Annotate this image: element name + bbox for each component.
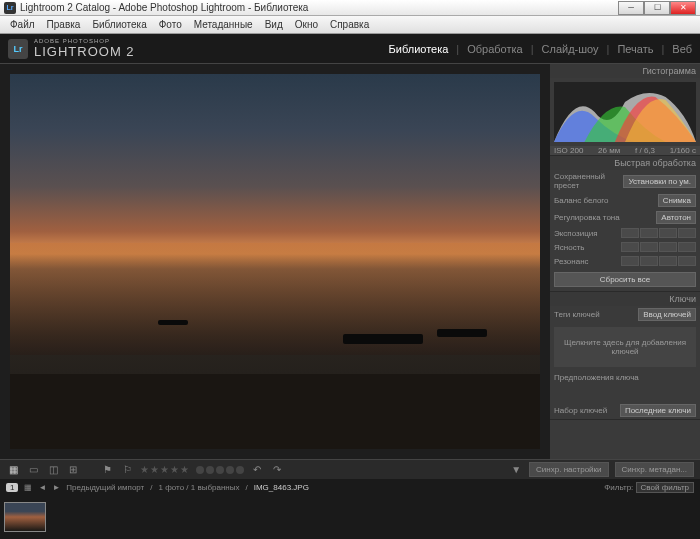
module-develop[interactable]: Обработка [467,43,522,55]
secondary-display-icon[interactable]: ▦ [24,483,32,492]
menu-bar: Файл Правка Библиотека Фото Метаданные В… [0,16,700,34]
app-name: ADOBE PHOTOSHOP LIGHTROOM 2 [34,38,389,59]
module-print[interactable]: Печать [617,43,653,55]
preset-label: Сохраненный пресет [554,172,619,190]
survey-view-icon[interactable]: ⊞ [66,464,80,476]
quickdev-header[interactable]: Быстрая обработка [550,156,700,170]
filter-label: Фильтр: [604,483,633,492]
photo-count-badge: 1 [6,483,18,492]
flag-pick-icon[interactable]: ⚑ [100,464,114,476]
histo-focal: 26 мм [598,146,620,155]
histogram-display[interactable] [554,82,696,142]
menu-metadata[interactable]: Метаданные [188,19,259,30]
photo-preview[interactable] [10,74,540,449]
window-title: Lightroom 2 Catalog - Adobe Photoshop Li… [20,2,618,13]
wb-dropdown[interactable]: Снимка [658,194,696,207]
sync-settings-button[interactable]: Синхр. настройки [529,462,608,477]
module-slideshow[interactable]: Слайд-шоу [542,43,599,55]
breadcrumb-source[interactable]: Предыдущий импорт [66,483,144,492]
wb-label: Баланс белого [554,196,654,205]
loupe-view-icon[interactable]: ▭ [26,464,40,476]
histo-aperture: f / 6,3 [635,146,655,155]
menu-view[interactable]: Вид [259,19,289,30]
tags-label: Теги ключей [554,310,634,319]
nav-fwd-icon[interactable]: ► [52,483,60,492]
color-labels[interactable] [196,466,244,474]
histogram-header[interactable]: Гистограмма [550,64,700,78]
filter-dropdown[interactable]: Свой фильтр [636,482,694,493]
preset-dropdown[interactable]: Установки по ум. [623,175,696,188]
minimize-button[interactable]: ─ [618,1,644,15]
rating-stars[interactable]: ★★★★★ [140,464,190,475]
keywords-input[interactable]: Щелкните здесь для добавления ключей [554,327,696,367]
close-button[interactable]: ✕ [670,1,696,15]
module-library[interactable]: Библиотека [389,43,449,55]
tags-mode-dropdown[interactable]: Ввод ключей [638,308,696,321]
clarity-label: Ясность [554,243,617,252]
vibrance-label: Резонанс [554,257,617,266]
breadcrumb-filename: IMG_8463.JPG [254,483,309,492]
keywords-header[interactable]: Ключи [550,292,700,306]
flag-reject-icon[interactable]: ⚐ [120,464,134,476]
autotone-button[interactable]: Автотон [656,211,696,224]
thumbnail[interactable] [4,502,46,532]
rotate-right-icon[interactable]: ↷ [270,464,284,476]
histo-shutter: 1/160 с [670,146,696,155]
menu-file[interactable]: Файл [4,19,41,30]
histo-iso: ISO 200 [554,146,583,155]
menu-edit[interactable]: Правка [41,19,87,30]
toolbar-chevron-icon[interactable]: ▼ [509,464,523,476]
compare-view-icon[interactable]: ◫ [46,464,60,476]
grid-view-icon[interactable]: ▦ [6,464,20,476]
exposure-stepper[interactable] [621,228,639,238]
clarity-stepper[interactable] [621,242,639,252]
reset-all-button[interactable]: Сбросить все [554,272,696,287]
breadcrumb-count: 1 фото / 1 выбранных [159,483,240,492]
keyword-set-label: Набор ключей [554,406,616,415]
exposure-label: Экспозиция [554,229,617,238]
menu-library[interactable]: Библиотека [86,19,152,30]
app-logo: Lr [8,39,28,59]
maximize-button[interactable]: ☐ [644,1,670,15]
nav-back-icon[interactable]: ◄ [38,483,46,492]
menu-help[interactable]: Справка [324,19,375,30]
vibrance-stepper[interactable] [621,256,639,266]
filmstrip[interactable] [0,495,700,539]
menu-photo[interactable]: Фото [153,19,188,30]
main-viewer[interactable] [0,64,550,459]
rotate-left-icon[interactable]: ↶ [250,464,264,476]
suggest-label: Предположения ключа [554,373,696,382]
app-favicon: Lr [4,2,16,14]
keyword-set-dropdown[interactable]: Последние ключи [620,404,696,417]
menu-window[interactable]: Окно [289,19,324,30]
sync-metadata-button[interactable]: Синхр. метадан... [615,462,694,477]
module-web[interactable]: Веб [672,43,692,55]
tone-label: Регулировка тона [554,213,652,222]
